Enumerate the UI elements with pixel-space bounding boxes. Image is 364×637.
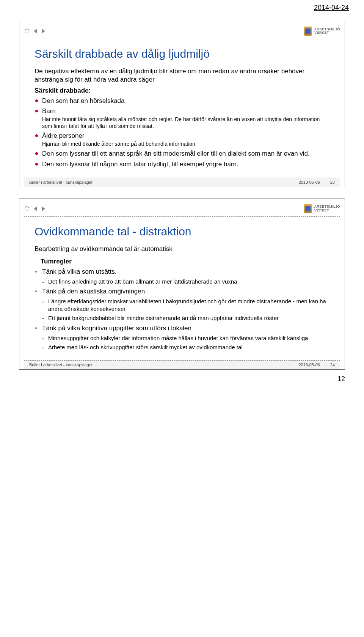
next-icon[interactable]: [41, 29, 45, 33]
list-item: Tänk på vilka som utsätts. Det finns anl…: [42, 268, 329, 285]
logo-line2: VERKET: [314, 209, 340, 212]
lead-text: De negativa effekterna av en dålig ljudm…: [35, 67, 329, 84]
list-item: Äldre personer Hjärnan blir med ökande å…: [42, 132, 329, 147]
footer-date: 2013-05-06: [299, 180, 320, 184]
slide-title: Särskilt drabbade av dålig ljudmiljö: [35, 47, 329, 60]
prev-icon[interactable]: [34, 207, 38, 211]
bullet-label: Barn: [42, 107, 56, 115]
crest-icon: [304, 27, 312, 36]
bullet-label: Äldre personer: [42, 132, 85, 139]
grey-bullet-list: Tänk på vilka som utsätts. Det finns anl…: [35, 268, 329, 351]
slide-1-wrap: ARBETSMILJÖ VERKET Särskilt drabbade av …: [0, 13, 364, 191]
slide-header: ARBETSMILJÖ VERKET: [19, 21, 345, 39]
slide-footer: Buller i arbetslivet - kunskapsläget 201…: [24, 360, 340, 369]
sub-lead: Särskilt drabbade:: [35, 87, 329, 95]
slide-body: Särskilt drabbade av dålig ljudmiljö De …: [19, 39, 345, 178]
nav-icons: [24, 28, 45, 34]
tumregler-label: Tumregler: [41, 258, 329, 265]
list-item: Tänk på vilka kognitiva uppgifter som ut…: [42, 324, 329, 351]
slide-body: Ovidkommande tal - distraktion Bearbetni…: [19, 217, 345, 360]
list-item: Tänk på den akustiska omgivningen. Längr…: [42, 287, 329, 322]
footer-left: Buller i arbetslivet - kunskapsläget: [29, 363, 93, 367]
slide-footer: Buller i arbetslivet - kunskapsläget 201…: [24, 178, 340, 187]
lead-text: Bearbetning av ovidkommande tal är autom…: [35, 245, 329, 253]
refresh-icon[interactable]: [24, 206, 30, 212]
logo-text: ARBETSMILJÖ VERKET: [314, 28, 340, 35]
list-item: Den som lyssnar till ett annat språk än …: [42, 150, 329, 158]
footer-meta: 2013-05-06 | 24: [299, 363, 335, 367]
list-item: Den som lyssnar till någon som talar oty…: [42, 160, 329, 169]
footer-date: 2013-05-06: [299, 363, 320, 367]
slide-title: Ovidkommande tal - distraktion: [35, 225, 329, 238]
footer-divider: |: [325, 363, 326, 367]
bullet-list: Den som har en hörselskada Barn Har inte…: [35, 97, 329, 169]
footer-slide-num: 23: [330, 180, 335, 184]
page-date: 2014-04-24: [0, 0, 364, 13]
sub-item: Längre efterklangstider minskar variabil…: [42, 298, 329, 312]
nav-icons: [24, 206, 45, 212]
prev-icon[interactable]: [34, 29, 38, 33]
footer-left: Buller i arbetslivet - kunskapsläget: [29, 180, 93, 184]
footer-slide-num: 24: [330, 363, 335, 367]
logo: ARBETSMILJÖ VERKET: [304, 27, 340, 36]
sub-item: Det finns anledning att tro att barn all…: [42, 278, 329, 285]
crest-icon: [304, 204, 312, 213]
footer-meta: 2013-05-06 | 23: [299, 180, 335, 184]
sub-item: Ett jämnt bakgrundsbabbel blir mindre di…: [42, 314, 329, 322]
sub-item: Minnesuppgifter och kalkyler där informa…: [42, 334, 329, 342]
next-icon[interactable]: [41, 207, 45, 211]
list-item: Den som har en hörselskada: [42, 97, 329, 105]
bullet-note: Hjärnan blir med ökande ålder sämre på a…: [42, 141, 329, 148]
refresh-icon[interactable]: [24, 28, 30, 34]
bullet-label: Tänk på vilka som utsätts.: [42, 268, 117, 275]
logo-text: ARBETSMILJÖ VERKET: [314, 205, 340, 212]
slide-2: ARBETSMILJÖ VERKET Ovidkommande tal - di…: [19, 199, 345, 370]
bullet-label: Tänk på den akustiska omgivningen.: [42, 288, 147, 295]
page-number: 12: [0, 374, 364, 394]
slide-1: ARBETSMILJÖ VERKET Särskilt drabbade av …: [19, 21, 345, 187]
logo: ARBETSMILJÖ VERKET: [304, 204, 340, 213]
sub-item: Arbete med läs- och skrivuppgifter störs…: [42, 344, 329, 351]
bullet-label: Tänk på vilka kognitiva uppgifter som ut…: [42, 325, 191, 332]
slide-header: ARBETSMILJÖ VERKET: [19, 199, 345, 216]
logo-line2: VERKET: [314, 31, 340, 35]
footer-divider: |: [325, 180, 326, 184]
slide-2-wrap: ARBETSMILJÖ VERKET Ovidkommande tal - di…: [0, 191, 364, 374]
bullet-note: Har inte hunnit lära sig språkets alla m…: [42, 116, 329, 129]
list-item: Barn Har inte hunnit lära sig språkets a…: [42, 107, 329, 129]
